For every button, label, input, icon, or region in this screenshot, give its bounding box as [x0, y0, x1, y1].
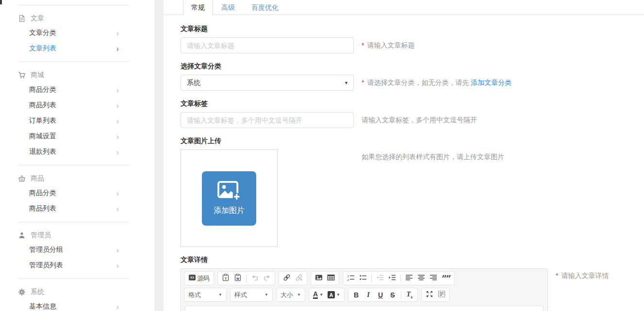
svg-text:W: W	[236, 277, 240, 280]
field-hint: 如果您选择的列表样式有图片，请上传文章图片	[362, 153, 504, 162]
sidebar-item-order-list[interactable]: 订单列表 ›	[0, 113, 155, 129]
tab-advanced[interactable]: 高级	[213, 0, 243, 15]
image-upload-dropzone[interactable]: 添加图片	[181, 149, 278, 247]
editor-content-area[interactable]	[185, 306, 544, 311]
field-label: 文章标题	[181, 25, 644, 33]
align-left-button[interactable]	[405, 274, 413, 283]
field-label: 文章标签	[181, 99, 644, 108]
paste-text-button[interactable]: T	[222, 274, 230, 283]
align-right-icon	[429, 274, 437, 283]
align-center-icon	[417, 274, 425, 283]
field-label: 文章图片上传	[181, 137, 644, 146]
underline-button[interactable]: U	[377, 290, 384, 300]
insert-image-button[interactable]	[315, 274, 323, 283]
field-article-content: 文章详情 源码	[181, 256, 644, 311]
toolbar-separator	[246, 275, 247, 282]
svg-text:2: 2	[347, 278, 349, 281]
dropdown-arrow-icon: ▼	[264, 293, 268, 297]
chevron-right-icon: ›	[116, 101, 119, 110]
required-mark: *	[362, 41, 364, 49]
outdent-icon	[376, 274, 384, 283]
article-title-input[interactable]	[181, 37, 354, 53]
sidebar-item-product-category[interactable]: 商品分类 ›	[0, 185, 155, 201]
basket-icon	[18, 175, 26, 182]
chevron-right-icon: ›	[116, 303, 119, 311]
category-select-value: 系统	[187, 79, 200, 87]
bold-button[interactable]: B	[352, 290, 360, 300]
insert-table-button[interactable]	[327, 274, 335, 283]
sidebar-header-mall[interactable]: 商城	[0, 68, 155, 82]
sidebar-section-mall: 商城 商品分类 › 商品列表 › 订单列表 › 商城设置 › 退款列表 ›	[0, 62, 155, 165]
document-icon	[18, 15, 26, 22]
bullet-list-button[interactable]	[359, 274, 367, 283]
maximize-button[interactable]	[426, 290, 433, 300]
indent-button[interactable]	[388, 274, 396, 283]
paste-word-button[interactable]: W	[234, 274, 242, 283]
sidebar-header-product[interactable]: 商品	[0, 172, 155, 185]
article-tags-input[interactable]	[181, 112, 354, 128]
add-category-link[interactable]: 添加文章分类	[471, 79, 512, 86]
field-hint: 请输入文章标签，多个用中文逗号隔开	[362, 116, 477, 125]
ordered-list-icon: 12	[347, 274, 355, 283]
source-code-icon	[188, 274, 196, 283]
show-blocks-button[interactable]	[438, 290, 446, 300]
main-panel: 常规 高级 百度优化 文章标题 *请输入文章标题 选择文章分类 系统 ▼	[164, 0, 644, 311]
field-label: 文章详情	[181, 256, 644, 264]
italic-button[interactable]: I	[364, 290, 372, 300]
required-mark: *	[362, 79, 364, 86]
background-color-button[interactable]: A ▼	[328, 290, 340, 300]
paste-word-icon: W	[234, 274, 242, 283]
sidebar-header-system[interactable]: 系统	[0, 285, 155, 299]
add-image-button[interactable]: 添加图片	[202, 171, 256, 226]
chevron-right-icon: ›	[116, 29, 119, 37]
text-color-button[interactable]: A ▼	[313, 290, 323, 300]
sidebar-header-article[interactable]: 文章	[0, 12, 155, 25]
sidebar-header-admin[interactable]: 管理员	[0, 229, 155, 242]
sidebar-item-article-category[interactable]: 文章分类 ›	[0, 25, 155, 41]
redo-icon	[263, 274, 271, 283]
svg-text:T: T	[225, 277, 227, 281]
source-code-button[interactable]: 源码	[188, 274, 210, 283]
sidebar-item-admin-list[interactable]: 管理员列表 ›	[0, 258, 155, 273]
field-article-title: 文章标题 *请输入文章标题	[181, 25, 644, 53]
dropdown-arrow-icon: ▼	[319, 293, 323, 297]
indent-icon	[388, 274, 396, 283]
field-label: 选择文章分类	[181, 62, 644, 71]
align-right-button[interactable]	[429, 274, 437, 283]
sidebar-item-mall-settings[interactable]: 商城设置 ›	[0, 129, 155, 144]
tab-bar: 常规 高级 百度优化	[164, 0, 644, 15]
article-form: 文章标题 *请输入文章标题 选择文章分类 系统 ▼ *请选择文章分类，如无分类，…	[164, 15, 644, 311]
blockquote-icon: ””	[442, 275, 450, 282]
user-icon	[18, 231, 26, 239]
unlink-icon	[295, 274, 303, 283]
field-article-category: 选择文章分类 系统 ▼ *请选择文章分类，如无分类，请先 添加文章分类	[181, 62, 644, 91]
sidebar-item-goods-category[interactable]: 商品分类 ›	[0, 82, 155, 98]
remove-format-button[interactable]: Tx	[406, 290, 413, 300]
section-title: 管理员	[31, 231, 51, 240]
toolbar-separator	[371, 275, 372, 282]
sidebar-item-article-list[interactable]: 文章列表 ›	[0, 41, 155, 56]
blockquote-button[interactable]: ””	[442, 274, 450, 283]
strikethrough-button[interactable]: S	[389, 290, 396, 300]
ordered-list-button[interactable]: 12	[347, 274, 355, 283]
tab-general[interactable]: 常规	[183, 0, 213, 16]
chevron-right-icon: ›	[116, 246, 119, 254]
format-select[interactable]: 格式 ▼	[184, 288, 227, 302]
sidebar-item-goods-list[interactable]: 商品列表 ›	[0, 98, 155, 113]
link-button[interactable]	[283, 274, 291, 283]
chevron-right-icon: ›	[116, 262, 119, 270]
tab-baidu-seo[interactable]: 百度优化	[243, 0, 287, 15]
sidebar-item-admin-group[interactable]: 管理员分组 ›	[0, 242, 155, 258]
sidebar-item-basic-info[interactable]: 基本信息 ›	[0, 299, 155, 311]
redo-button	[263, 274, 271, 283]
style-select[interactable]: 样式 ▼	[230, 288, 273, 302]
category-select[interactable]: 系统 ▼	[181, 75, 354, 91]
image-icon	[315, 274, 323, 283]
sidebar-item-product-list[interactable]: 商品列表 ›	[0, 201, 155, 216]
sidebar-section-admin: 管理员 管理员分组 › 管理员列表 ›	[0, 222, 155, 278]
font-size-select[interactable]: 大小 ▼	[276, 288, 305, 302]
sidebar-section-article: 文章 文章分类 › 文章列表 ›	[0, 5, 155, 62]
align-center-button[interactable]	[417, 274, 425, 283]
cart-icon	[18, 71, 26, 79]
sidebar-item-refund-list[interactable]: 退款列表 ›	[0, 144, 155, 160]
